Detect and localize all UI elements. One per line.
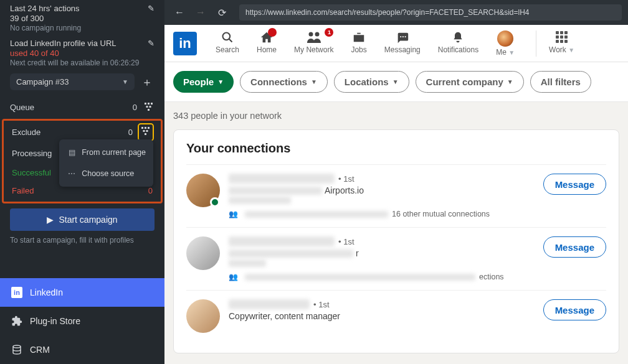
connection-degree: • 1st [338, 174, 354, 184]
results-count: 343 people in your network [173, 111, 619, 121]
nav-search[interactable]: Search [216, 30, 239, 57]
svg-rect-7 [145, 127, 146, 129]
nav-crm[interactable]: CRM [0, 335, 164, 364]
mutual-blurred [245, 211, 388, 218]
svg-point-18 [315, 32, 319, 36]
nav-home[interactable]: Home [257, 30, 277, 57]
svg-line-16 [229, 39, 232, 42]
linkedin-icon: in [11, 287, 22, 298]
chevron-down-icon: ▼ [311, 78, 317, 85]
avatar[interactable] [186, 236, 220, 270]
network-badge: 1 [325, 28, 333, 37]
url-bar[interactable]: https://www.linkedin.com/search/results/… [239, 4, 622, 21]
filter-bar: People▼ Connections▼ Locations▼ Current … [164, 62, 628, 102]
browser-toolbar: ← → ⟳ https://www.linkedin.com/search/re… [164, 0, 628, 25]
message-button[interactable]: Message [543, 174, 606, 195]
load-profile-title: Load LinkedIn profile via URL [10, 39, 139, 48]
database-icon [11, 344, 22, 355]
filter-connections[interactable]: Connections▼ [240, 71, 328, 93]
campaign-status: No campaign running [10, 24, 81, 32]
next-credit-time: Next credit will be available in 06:26:2… [10, 58, 139, 67]
pencil-icon[interactable]: ✎ [148, 4, 155, 13]
svg-rect-2 [151, 103, 153, 105]
svg-rect-11 [145, 133, 146, 135]
nav-work[interactable]: Work ▼ [536, 30, 574, 57]
campaign-name: Campaign #33 [16, 77, 69, 86]
nav-notifications[interactable]: Notifications [438, 30, 478, 57]
forward-button[interactable]: → [192, 4, 209, 21]
avatar[interactable] [186, 174, 220, 207]
search-icon [221, 30, 234, 44]
add-campaign-button[interactable]: ＋ [140, 75, 155, 90]
person-name-blurred [229, 299, 310, 309]
svg-rect-5 [148, 109, 150, 111]
svg-point-15 [223, 32, 231, 40]
svg-point-20 [402, 35, 404, 37]
subtitle-blurred [229, 250, 353, 258]
presence-indicator [210, 197, 220, 207]
pencil-icon[interactable]: ✎ [148, 39, 155, 48]
filter-people[interactable]: People▼ [173, 71, 234, 93]
last-actions-title: Last 24 hrs' actions [10, 4, 81, 13]
svg-rect-10 [146, 130, 148, 132]
menu-choose-source[interactable]: ⋯ Choose source [59, 163, 153, 184]
chevron-down-icon: ▼ [392, 78, 399, 85]
load-profile-block: Load LinkedIn profile via URL used 40 of… [0, 34, 164, 68]
mutual-blurred [245, 274, 475, 281]
used-credits: used 40 of 40 [10, 49, 139, 58]
campaign-selector[interactable]: Campaign #33 ▼ [10, 73, 135, 90]
filter-locations[interactable]: Locations▼ [334, 71, 409, 93]
start-campaign-button[interactable]: ▶ Start campaign [10, 208, 155, 231]
svg-rect-9 [143, 130, 145, 132]
subtitle-suffix: Airports.io [325, 185, 364, 195]
nav-plugin-store[interactable]: Plug-in Store [0, 307, 164, 335]
failed-count: 0 [148, 186, 153, 195]
puzzle-icon [11, 315, 22, 327]
back-button[interactable]: ← [171, 4, 188, 21]
card-title: Your connections [186, 141, 606, 156]
message-button[interactable]: Message [543, 236, 606, 258]
exclude-count: 0 [128, 128, 133, 137]
chevron-down-icon: ▼ [508, 49, 515, 56]
queue-row[interactable]: Queue 0 [0, 95, 164, 119]
nav-jobs[interactable]: Jobs [351, 30, 366, 57]
svg-rect-6 [141, 127, 143, 129]
avatar[interactable] [186, 299, 220, 333]
linkedin-header: in Search Home [164, 25, 628, 62]
svg-text:in: in [14, 289, 20, 296]
person-name-blurred [229, 236, 335, 246]
svg-point-14 [13, 345, 21, 348]
failed-label: Failed [12, 186, 34, 195]
apps-grid-icon [555, 30, 569, 44]
exclude-label: Exclude [12, 128, 40, 137]
bell-icon [452, 30, 464, 44]
reload-button[interactable]: ⟳ [213, 4, 231, 21]
briefcase-icon [352, 30, 366, 44]
extension-sidebar: Last 24 hrs' actions 39 of 300 No campai… [0, 0, 164, 364]
processing-label: Processing [12, 149, 52, 158]
svg-point-17 [308, 32, 313, 36]
nav-linkedin[interactable]: in LinkedIn [0, 278, 164, 307]
waterfall-icon[interactable] [140, 126, 151, 137]
successful-label: Successful [12, 168, 51, 177]
linkedin-logo[interactable]: in [173, 32, 197, 55]
waterfall-icon[interactable] [143, 101, 155, 113]
menu-from-current-page[interactable]: ▤ From current page [59, 142, 153, 163]
person-row: • 1st Copywriter, content manager Messag… [186, 290, 606, 342]
person-name-blurred [229, 174, 335, 184]
svg-rect-8 [148, 127, 150, 129]
chevron-down-icon: ▼ [507, 78, 513, 85]
filter-all[interactable]: All filters [530, 71, 591, 93]
nav-network[interactable]: 1 My Network [294, 30, 333, 57]
connection-degree: • 1st [313, 300, 330, 309]
filter-company[interactable]: Current company▼ [416, 71, 524, 93]
chevron-down-icon: ▼ [217, 78, 224, 85]
ellipsis-icon: ⋯ [67, 169, 77, 178]
subtitle-blurred [229, 187, 322, 195]
nav-me[interactable]: Me ▼ [496, 30, 515, 57]
svg-point-19 [400, 35, 401, 37]
nav-messaging[interactable]: Messaging [384, 30, 421, 57]
message-button[interactable]: Message [543, 299, 606, 320]
queue-count: 0 [133, 103, 137, 112]
start-hint: To start a campaign, fill it with profil… [0, 236, 164, 251]
